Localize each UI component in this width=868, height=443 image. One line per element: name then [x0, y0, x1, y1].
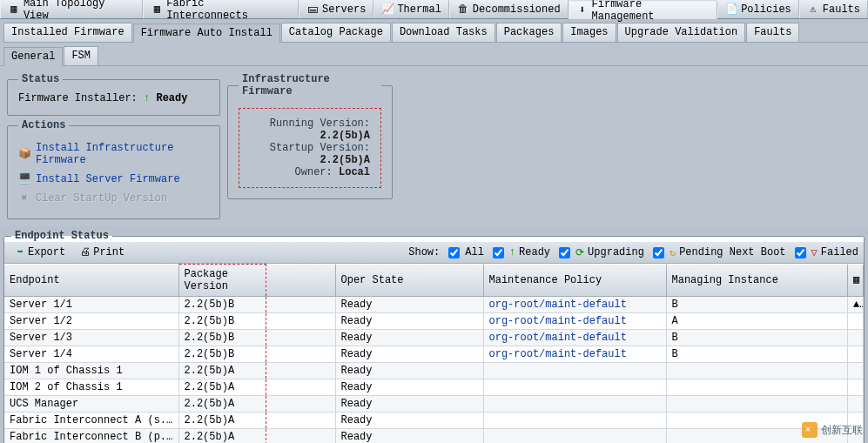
status-group: Status Firmware Installer: ↑ Ready: [7, 73, 220, 116]
tab-icon: ⚠: [807, 3, 819, 16]
maintenance-policy-link[interactable]: org-root/maint-default: [489, 332, 627, 344]
sub-tab2-general[interactable]: General: [3, 47, 63, 66]
sub-tab-bar: Installed FirmwareFirmware Auto InstallC…: [3, 23, 868, 43]
cell: Fabric Interconnect B (p...: [4, 429, 178, 444]
watermark-text: 创新互联: [821, 423, 863, 438]
table-row[interactable]: Server 1/22.2(5b)BReadyorg-root/maint-de…: [4, 313, 864, 330]
cell: [483, 379, 666, 396]
sub-tab-firmware-auto-install[interactable]: Firmware Auto Install: [133, 23, 280, 43]
col-header[interactable]: Endpoint: [4, 265, 178, 297]
cell: [483, 363, 666, 379]
col-header[interactable]: Oper State: [335, 265, 483, 297]
sub-tab-faults[interactable]: Faults: [746, 23, 799, 42]
cell: org-root/maint-default: [483, 346, 666, 363]
table-row[interactable]: UCS Manager2.2(5b)AReady: [4, 396, 864, 413]
filter-ready-checkbox[interactable]: [493, 247, 504, 258]
col-header[interactable]: Maintenance Policy: [483, 265, 666, 297]
cell: IOM 2 of Chassis 1: [4, 379, 178, 396]
endpoint-status-group: Endpoint Status ➡Export 🖨Print Show: All…: [3, 230, 865, 443]
main-tab-decommissioned[interactable]: 🗑Decommissioned: [449, 0, 569, 18]
main-tab-fabric-interconnects[interactable]: ▦Fabric Interconnects: [143, 0, 299, 18]
main-tab-thermal[interactable]: 📈Thermal: [373, 0, 448, 18]
cell: [848, 346, 864, 363]
export-button[interactable]: ➡Export: [10, 245, 70, 260]
filter-pending-checkbox[interactable]: [653, 247, 664, 258]
table-row[interactable]: Fabric Interconnect B (p...2.2(5b)AReady: [4, 429, 864, 444]
cell: B: [666, 297, 848, 313]
endpoint-table: EndpointPackage VersionOper StateMainten…: [4, 264, 864, 443]
cell: 2.2(5b)A: [178, 396, 266, 413]
pending-icon: ↻: [670, 246, 676, 259]
filter-failed-checkbox[interactable]: [795, 247, 806, 258]
cell: Server 1/1: [4, 297, 178, 313]
install-infra-firmware-action[interactable]: 📦 Install Infrastructure Firmware: [18, 138, 209, 170]
print-button[interactable]: 🖨Print: [75, 245, 129, 260]
cell: 2.2(5b)A: [178, 413, 266, 429]
firmware-installer-value: Ready: [156, 92, 187, 104]
cell: 2.2(5b)B: [178, 313, 266, 330]
sub-tab-images[interactable]: Images: [562, 23, 616, 42]
install-infra-label: Install Infrastructure Firmware: [36, 142, 209, 166]
cell: Ready: [335, 330, 483, 346]
filter-upgrading-checkbox[interactable]: [559, 247, 570, 258]
cell: 2.2(5b)B: [178, 297, 266, 313]
cell: [483, 413, 666, 429]
table-row[interactable]: IOM 1 of Chassis 12.2(5b)AReady: [4, 363, 864, 379]
cell: Ready: [335, 363, 483, 379]
table-row[interactable]: IOM 2 of Chassis 12.2(5b)AReady: [4, 379, 864, 396]
main-tab-policies[interactable]: 📄Policies: [717, 0, 799, 18]
cell: UCS Manager: [4, 396, 178, 413]
main-tab-main-topology-view[interactable]: ▦Main Topology View: [0, 0, 143, 18]
col-header[interactable]: [266, 265, 335, 297]
cell: [266, 413, 335, 429]
table-row[interactable]: Server 1/12.2(5b)BReadyorg-root/maint-de…: [4, 297, 864, 313]
install-server-firmware-action[interactable]: 🖥️ Install Server Firmware: [18, 170, 209, 189]
install-server-label: Install Server Firmware: [36, 173, 180, 185]
col-header[interactable]: Package Version: [178, 265, 266, 297]
running-version-label: Running Version:: [270, 117, 370, 130]
cell: org-root/maint-default: [483, 330, 666, 346]
main-tab-servers[interactable]: 🖴Servers: [299, 0, 373, 18]
cell: 2.2(5b)A: [178, 363, 266, 379]
maintenance-policy-link[interactable]: org-root/maint-default: [489, 299, 627, 311]
col-header[interactable]: Managing Instance: [666, 265, 848, 297]
cell: Ready: [335, 396, 483, 413]
sub-tab-upgrade-validation[interactable]: Upgrade Validation: [617, 23, 746, 42]
clear-icon: ✖: [18, 192, 30, 205]
tab-label: Thermal: [397, 3, 441, 16]
table-row[interactable]: Server 1/32.2(5b)BReadyorg-root/maint-de…: [4, 330, 864, 346]
running-version-value: 2.2(5b)A: [320, 130, 370, 142]
filter-failed-label: Failed: [821, 246, 858, 258]
cell: 2.2(5b)B: [178, 330, 266, 346]
filter-all-label: All: [465, 246, 484, 258]
arrow-up-icon: ↑: [509, 246, 515, 258]
sub-tab-installed-firmware[interactable]: Installed Firmware: [3, 23, 132, 42]
scroll-up-icon[interactable]: ▲: [848, 297, 864, 313]
cell: [266, 363, 335, 379]
tab-icon: 📈: [381, 3, 394, 16]
tab-label: Firmware Management: [592, 0, 710, 23]
actions-group: Actions 📦 Install Infrastructure Firmwar…: [7, 119, 220, 219]
tab-icon: ▦: [8, 3, 20, 16]
sub-tab-packages[interactable]: Packages: [496, 23, 562, 42]
sub-tab-catalog-package[interactable]: Catalog Package: [281, 23, 391, 42]
tab-label: Main Topology View: [24, 0, 135, 22]
sub-tab-download-tasks[interactable]: Download Tasks: [392, 23, 495, 42]
print-label: Print: [93, 246, 124, 258]
main-tab-faults[interactable]: ⚠Faults: [799, 0, 868, 18]
cell: 2.2(5b)A: [178, 429, 266, 444]
sub-tab2-fsm[interactable]: FSM: [64, 46, 98, 65]
cell: Ready: [335, 346, 483, 363]
main-tab-firmware-management[interactable]: ⬇Firmware Management: [569, 1, 718, 19]
table-row[interactable]: Fabric Interconnect A (s...2.2(5b)AReady: [4, 413, 864, 429]
actions-legend: Actions: [18, 119, 69, 131]
cell: Server 1/4: [4, 346, 178, 363]
maintenance-policy-link[interactable]: org-root/maint-default: [489, 315, 627, 327]
column-picker-icon[interactable]: ▦: [848, 265, 864, 297]
filter-ready-label: Ready: [519, 246, 550, 258]
cell: [848, 313, 864, 330]
table-row[interactable]: Server 1/42.2(5b)BReadyorg-root/maint-de…: [4, 346, 864, 363]
main-tab-bar: ▦Main Topology View▦Fabric Interconnects…: [0, 0, 868, 19]
filter-all-checkbox[interactable]: [448, 247, 460, 258]
maintenance-policy-link[interactable]: org-root/maint-default: [489, 348, 627, 360]
